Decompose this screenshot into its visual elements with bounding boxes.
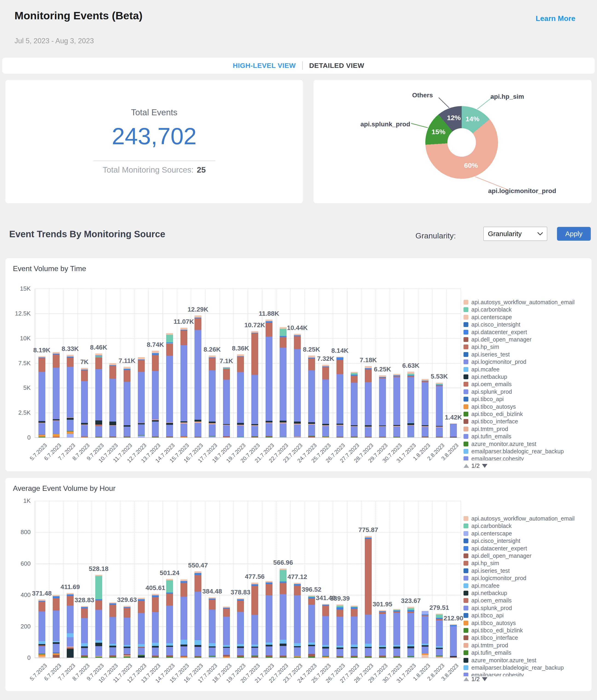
bar-segment-periwinkle [95, 646, 102, 656]
legend-item-api.centerscape[interactable]: api.centerscape [464, 314, 512, 321]
legend-item-api.mcafee[interactable]: api.mcafee [464, 582, 499, 589]
legend-item-api.hp_sim[interactable]: api.hp_sim [464, 560, 499, 567]
legend-item-api.cisco_intersight[interactable]: api.cisco_intersight [464, 538, 520, 544]
legend-item-api.dell_open_manager[interactable]: api.dell_open_manager [464, 336, 531, 343]
bar-segment-periwinkle [322, 616, 329, 645]
bar-segment-periwinkle [351, 648, 358, 656]
bar-segment-green [266, 437, 273, 438]
bar-segment-periwinkle [81, 648, 88, 656]
legend-item-api.tmtm_prod[interactable]: api.tmtm_prod [464, 642, 508, 649]
bar-segment-green [95, 657, 102, 658]
stacked-bar-12.7.2023 [138, 598, 145, 658]
legend-item-api.splunk_prod[interactable]: api.splunk_prod [464, 605, 512, 611]
legend-item-api.hp_sim[interactable]: api.hp_sim [464, 344, 499, 350]
bar-value-label: 775.87 [349, 526, 388, 534]
bar-segment-sky [337, 646, 343, 648]
legend-item-api.datacenter_expert[interactable]: api.datacenter_expert [464, 545, 527, 552]
legend-item-api.tmtm_prod[interactable]: api.tmtm_prod [464, 426, 508, 432]
legend-item-api.tibco_interface[interactable]: api.tibco_interface [464, 418, 518, 425]
legend-item-api.tibco_edi_bizlink[interactable]: api.tibco_edi_bizlink [464, 627, 523, 634]
legend-item-api.mcafee[interactable]: api.mcafee [464, 366, 499, 373]
bar-segment-teal [166, 580, 173, 593]
bar-segment-periwinkle [407, 648, 414, 656]
stacked-bar-16.7.2023 [195, 316, 201, 438]
legend-item-api.tibco_autosys[interactable]: api.tibco_autosys [464, 620, 516, 626]
legend-page-up-icon[interactable] [464, 464, 469, 468]
legend-label: api.tufin_emails [471, 649, 512, 656]
stacked-bar-28.7.2023 [365, 366, 372, 438]
bar-segment-periwinkle [308, 425, 315, 436]
legend-label: api.splunk_prod [471, 389, 512, 395]
legend-item-api.netbackup[interactable]: api.netbackup [464, 590, 507, 596]
bar-segment-sky [322, 645, 329, 647]
legend-item-api.carbonblack[interactable]: api.carbonblack [464, 523, 512, 529]
learn-more-link[interactable]: Learn More [536, 14, 575, 23]
x-gridline [418, 501, 418, 658]
legend-item-api.tibco_interface[interactable]: api.tibco_interface [464, 634, 518, 641]
legend-item-emailparser.bladelogic_rear_backup[interactable]: emailparser.bladelogic_rear_backup [464, 448, 564, 455]
bar-segment-sky [237, 437, 244, 438]
stacked-bar-10.7.2023 [109, 363, 116, 438]
legend-swatch [464, 382, 468, 386]
tab-detailed-view[interactable]: DETAILED VIEW [309, 62, 364, 70]
bar-segment-periwinkle [39, 423, 45, 434]
bar-segment-navy [237, 423, 244, 425]
legend-item-api.iseries_test[interactable]: api.iseries_test [464, 351, 510, 358]
legend-swatch [464, 307, 468, 312]
tab-high-level-view[interactable]: HIGH-LEVEL VIEW [233, 62, 296, 70]
x-gridline [177, 289, 177, 438]
legend-item-azure_monitor.azure_test[interactable]: azure_monitor.azure_test [464, 657, 536, 664]
bar-segment-periwinkle [195, 330, 201, 420]
donut-slice-pct-Others: 12% [444, 114, 464, 122]
x-gridline [290, 289, 291, 438]
legend-item-api.datacenter_expert[interactable]: api.datacenter_expert [464, 329, 527, 335]
legend-item-api.oem_emails[interactable]: api.oem_emails [464, 597, 512, 604]
bar-segment-brick [337, 609, 343, 617]
stacked-bar-12.7.2023 [138, 357, 145, 438]
bar-segment-green [294, 657, 301, 658]
legend-swatch [464, 598, 468, 603]
bar-segment-periwinkle [337, 617, 343, 646]
legend-page-down-icon[interactable] [482, 677, 488, 681]
legend-item-azure_monitor.azure_test[interactable]: azure_monitor.azure_test [464, 441, 536, 447]
bar-segment-brick [166, 594, 173, 605]
legend-item-api.carbonblack[interactable]: api.carbonblack [464, 306, 512, 313]
legend-item-emailparser.bladelogic_rear_backup[interactable]: emailparser.bladelogic_rear_backup [464, 664, 564, 671]
legend-item-api.tibco_autosys[interactable]: api.tibco_autosys [464, 403, 516, 410]
bar-segment-green [436, 437, 443, 438]
legend-item-api.tibco_api[interactable]: api.tibco_api [464, 396, 503, 402]
bar-segment-lavender [280, 437, 287, 438]
bar-segment-periwinkle [53, 421, 59, 434]
granularity-select[interactable]: Granularity [483, 227, 547, 241]
stacked-bar-20.7.2023 [251, 331, 258, 438]
legend-item-api.logicmonitor_prod[interactable]: api.logicmonitor_prod [464, 358, 526, 365]
legend-item-api.netbackup[interactable]: api.netbackup [464, 373, 507, 380]
x-gridline [177, 501, 177, 658]
legend-item-api.tibco_api[interactable]: api.tibco_api [464, 612, 503, 619]
bar-segment-green [95, 437, 102, 438]
legend-item-api.dell_open_manager[interactable]: api.dell_open_manager [464, 552, 531, 559]
legend-item-api.tufin_emails[interactable]: api.tufin_emails [464, 433, 512, 440]
legend-item-api.splunk_prod[interactable]: api.splunk_prod [464, 389, 512, 395]
legend-page-down-icon[interactable] [482, 464, 488, 468]
bar-segment-brick [180, 330, 187, 345]
bar-segment-periwinkle [223, 380, 230, 424]
total-monitoring-sources: Total Monitoring Sources:25 [5, 165, 303, 174]
legend-item-api.centerscape[interactable]: api.centerscape [464, 530, 512, 537]
legend-item-api.logicmonitor_prod[interactable]: api.logicmonitor_prod [464, 575, 526, 581]
x-gridline [63, 501, 64, 658]
apply-button[interactable]: Apply [557, 227, 591, 241]
legend-item-emailparser.cohesity[interactable]: emailparser.cohesity [464, 455, 524, 460]
stacked-bar-29.7.2023 [379, 375, 386, 438]
legend-item-api.tibco_edi_bizlink[interactable]: api.tibco_edi_bizlink [464, 411, 523, 418]
bar-segment-periwinkle [322, 648, 329, 656]
legend-item-api.iseries_test[interactable]: api.iseries_test [464, 568, 510, 574]
legend-item-api.tufin_emails[interactable]: api.tufin_emails [464, 649, 512, 656]
x-gridline [191, 501, 191, 658]
legend-item-api.autosys_workflow_automation_email[interactable]: api.autosys_workflow_automation_email [464, 515, 575, 522]
legend-item-api.cisco_intersight[interactable]: api.cisco_intersight [464, 321, 520, 328]
legend-page-up-icon[interactable] [464, 677, 469, 681]
legend-item-api.oem_emails[interactable]: api.oem_emails [464, 381, 512, 388]
legend-item-api.autosys_workflow_automation_email[interactable]: api.autosys_workflow_automation_email [464, 299, 575, 306]
legend-label: api.datacenter_expert [471, 545, 527, 552]
